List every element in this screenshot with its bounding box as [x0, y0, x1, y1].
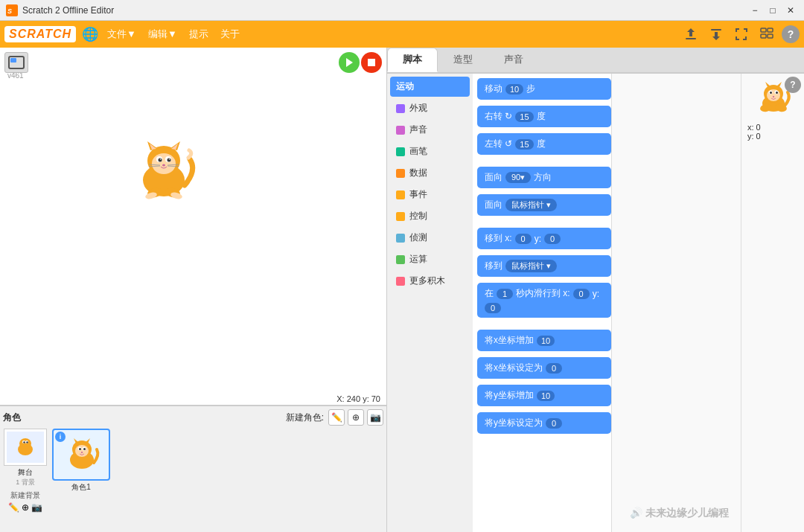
block-point-towards[interactable]: 面向 鼠标指针 ▾ — [477, 194, 611, 216]
file-menu[interactable]: 文件▼ — [101, 25, 142, 44]
about-menu[interactable]: 关于 — [214, 25, 246, 44]
sensing-label: 侦测 — [409, 231, 427, 244]
svg-point-21 — [159, 158, 162, 162]
script-area[interactable]: 🔊 未来边缘少儿编程 — [611, 74, 741, 532]
motion-label: 运动 — [396, 80, 414, 93]
svg-rect-6 — [761, 34, 766, 38]
blocks-area: 运动 外观 声音 画笔 数据 — [387, 74, 804, 532]
svg-point-58 — [770, 92, 772, 94]
block-change-x-val[interactable]: 10 — [537, 336, 555, 346]
block-change-y-val[interactable]: 10 — [537, 391, 555, 401]
block-turn-left-suffix: 度 — [537, 138, 546, 150]
new-backdrop-button: 新建背景 — [10, 490, 40, 501]
tab-scripts[interactable]: 脚本 — [387, 48, 438, 72]
block-move[interactable]: 移动 10 步 — [477, 78, 611, 100]
info-panel: ? — [741, 74, 804, 532]
svg-point-25 — [162, 164, 165, 167]
category-control[interactable]: 控制 — [390, 206, 470, 226]
block-change-y[interactable]: 将y坐标增加 10 — [477, 385, 611, 406]
block-point-towards-target[interactable]: 鼠标指针 ▾ — [505, 199, 557, 211]
block-point-dir-angle[interactable]: 90▾ — [505, 172, 531, 183]
block-move-steps[interactable]: 10 — [505, 84, 523, 94]
block-glide-y-label: y: — [593, 289, 599, 299]
globe-icon[interactable]: 🌐 — [82, 26, 98, 42]
svg-point-60 — [772, 96, 773, 97]
block-set-y-val[interactable]: 0 — [546, 418, 562, 429]
sprite-1-thumbnail[interactable]: i — [52, 429, 110, 481]
green-flag-button[interactable] — [339, 52, 360, 73]
stamp-sprite-button[interactable]: ⊕ — [348, 409, 364, 426]
paint-backdrop-button[interactable]: ✏️ — [8, 502, 19, 513]
window-controls: − □ ✕ — [747, 3, 798, 18]
block-glide-secs[interactable]: 1 — [497, 289, 513, 299]
svg-rect-5 — [768, 28, 773, 32]
import-backdrop-button[interactable]: ⊕ — [22, 502, 29, 513]
upload-icon[interactable] — [680, 24, 701, 45]
data-label: 数据 — [409, 167, 427, 179]
category-motion[interactable]: 运动 — [390, 77, 470, 97]
category-events[interactable]: 事件 — [390, 185, 470, 205]
camera-backdrop-button[interactable]: 📷 — [31, 502, 42, 513]
stage-controls — [4, 52, 28, 73]
block-point-direction[interactable]: 面向 90▾ 方向 — [477, 167, 611, 188]
tab-costumes[interactable]: 造型 — [438, 48, 488, 72]
block-goto-target[interactable]: 鼠标指针 ▾ — [505, 260, 557, 272]
small-view-icon[interactable] — [756, 24, 777, 45]
category-data[interactable]: 数据 — [390, 163, 470, 183]
svg-point-23 — [160, 158, 162, 160]
block-glide-y[interactable]: 0 — [485, 303, 501, 313]
category-sound[interactable]: 声音 — [390, 120, 470, 140]
block-glide[interactable]: 在 1 秒内滑行到 x: 0 y: 0 — [477, 283, 611, 318]
block-goto-y[interactable]: 0 — [544, 234, 561, 244]
block-turn-right[interactable]: 右转 ↻ 15 度 — [477, 106, 611, 127]
help-button[interactable]: ? — [785, 77, 801, 93]
stage-view-button[interactable] — [4, 52, 28, 73]
category-pen[interactable]: 画笔 — [390, 141, 470, 161]
block-change-x[interactable]: 将x坐标增加 10 — [477, 330, 611, 351]
block-set-y[interactable]: 将y坐标设定为 0 — [477, 412, 611, 434]
block-turn-right-degrees[interactable]: 15 — [515, 112, 533, 122]
info-y: y: 0 — [747, 132, 801, 141]
scratch-icon: S — [6, 4, 18, 16]
block-turn-left-degrees[interactable]: 15 — [515, 139, 533, 150]
new-sprite-controls: 新建角色: ✏️ ⊕ 📷 — [286, 409, 383, 426]
close-button[interactable]: ✕ — [783, 3, 798, 18]
stage-thumb-image[interactable] — [4, 429, 47, 466]
watermark: 🔊 未来边缘少儿编程 — [630, 507, 729, 520]
block-goto[interactable]: 移到 鼠标指针 ▾ — [477, 255, 611, 277]
download-icon[interactable] — [706, 24, 727, 45]
help-icon[interactable]: ? — [782, 25, 800, 43]
stage-coordinates: X: 240 y: 70 — [336, 394, 380, 403]
block-goto-x[interactable]: 0 — [515, 234, 532, 244]
category-operators[interactable]: 运算 — [390, 249, 470, 269]
block-turn-left[interactable]: 左转 ↺ 15 度 — [477, 133, 611, 155]
operators-dot — [396, 255, 405, 264]
block-glide-x[interactable]: 0 — [573, 289, 590, 299]
sound-label: 声音 — [409, 124, 427, 136]
block-set-x-val[interactable]: 0 — [546, 363, 562, 374]
control-label: 控制 — [409, 210, 427, 222]
edit-menu[interactable]: 编辑▼ — [142, 25, 183, 44]
fullscreen-icon[interactable] — [731, 24, 752, 45]
paint-sprite-button[interactable]: ✏️ — [328, 409, 345, 426]
tips-menu[interactable]: 提示 — [183, 25, 214, 44]
maximize-button[interactable]: □ — [765, 3, 780, 18]
category-more-blocks[interactable]: 更多积木 — [390, 271, 470, 291]
right-panel: 脚本 造型 声音 运动 外观 声音 画笔 — [387, 48, 804, 532]
tab-sounds[interactable]: 声音 — [488, 48, 539, 72]
category-looks[interactable]: 外观 — [390, 98, 470, 118]
category-sensing[interactable]: 侦测 — [390, 228, 470, 248]
block-point-towards-text: 面向 — [485, 199, 502, 211]
svg-rect-11 — [368, 59, 375, 66]
block-move-suffix: 步 — [526, 83, 535, 95]
sensing-dot — [396, 234, 405, 243]
sprite-1-info-button[interactable]: i — [55, 432, 66, 442]
block-set-y-text: 将y坐标设定为 — [485, 417, 543, 429]
upload-sprite-button[interactable]: 📷 — [367, 409, 383, 426]
block-set-x[interactable]: 将x坐标设定为 0 — [477, 357, 611, 379]
block-change-y-text: 将y坐标增加 — [485, 389, 534, 402]
scratch-logo: SCRATCH — [4, 26, 76, 42]
block-goto-xy[interactable]: 移到 x: 0 y: 0 — [477, 228, 611, 249]
stop-button[interactable] — [361, 52, 382, 73]
minimize-button[interactable]: − — [747, 3, 762, 18]
